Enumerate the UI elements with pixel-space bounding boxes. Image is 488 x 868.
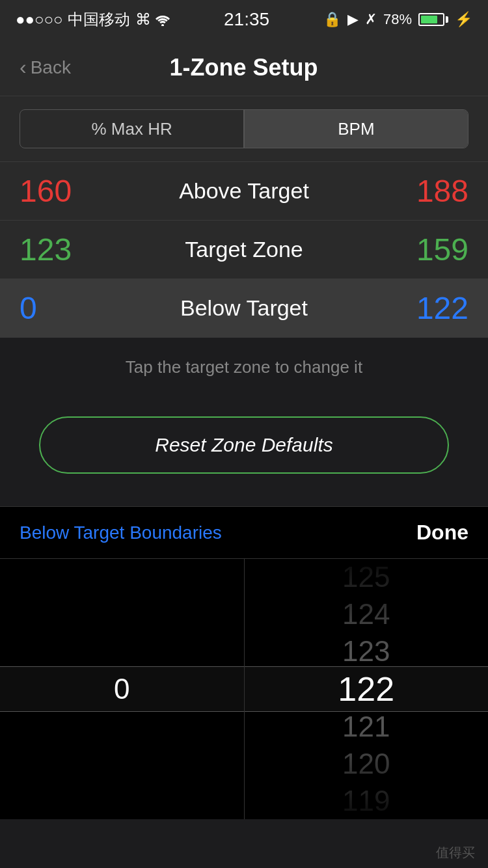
target-zone-left-value: 123 [20, 232, 85, 267]
nav-bar: ‹ Back 1-Zone Setup [0, 39, 488, 96]
picker-item-120: 120 [245, 746, 489, 783]
seg-bpm[interactable]: BPM [245, 110, 468, 148]
svg-point-0 [161, 24, 164, 26]
status-bar: ●●○○○ 中国移动 ⌘ 21:35 🔒 ▶ ✗ 78% ⚡ [0, 0, 488, 39]
status-right: 🔒 ▶ ✗ 78% ⚡ [323, 11, 472, 28]
bluetooth-icon: ✗ [365, 11, 377, 28]
zone-row-above[interactable]: 160 Above Target 188 [0, 162, 488, 221]
picker-item-123: 123 [245, 632, 489, 670]
hint-text: Tap the target zone to change it [126, 357, 362, 377]
carrier-name: 中国移动 [68, 9, 130, 30]
picker-body: 0 125 124 123 122 121 120 119 [0, 559, 488, 819]
picker-title: Below Target Boundaries [20, 522, 222, 543]
lock-icon: 🔒 [323, 11, 341, 28]
picker-done-button[interactable]: Done [416, 521, 468, 545]
above-target-right-value: 188 [403, 173, 468, 209]
picker-fade-top-left [0, 559, 244, 650]
segmented-section: % Max HR BPM [0, 96, 488, 162]
page-title: 1-Zone Setup [71, 54, 416, 81]
back-button[interactable]: ‹ Back [20, 55, 71, 79]
above-target-label: Above Target [85, 178, 403, 204]
picker-highlight-right [245, 666, 489, 712]
status-time: 21:35 [224, 9, 269, 30]
picker-header: Below Target Boundaries Done [0, 507, 488, 559]
seg-percent-maxhr[interactable]: % Max HR [20, 110, 243, 148]
back-label: Back [31, 57, 71, 78]
picker-left-col[interactable]: 0 [0, 559, 245, 819]
zones-container: 160 Above Target 188 123 Target Zone 159… [0, 162, 488, 338]
signal-dots: ●●○○○ [16, 10, 62, 29]
location-icon: ▶ [347, 11, 359, 28]
reset-button[interactable]: Reset Zone Defaults [39, 416, 449, 474]
battery-percent: 78% [383, 11, 412, 28]
picker-right-col[interactable]: 125 124 123 122 121 120 119 [245, 559, 489, 819]
target-zone-label: Target Zone [85, 237, 403, 262]
picker-section: Below Target Boundaries Done 0 125 124 1… [0, 506, 488, 819]
wifi-icon: ⌘ [135, 10, 170, 29]
reset-section: Reset Zone Defaults [0, 397, 488, 506]
picker-item-124: 124 [245, 596, 489, 633]
picker-item-119: 119 [245, 782, 489, 819]
picker-highlight-left [0, 666, 244, 712]
watermark: 值得买 [436, 844, 475, 861]
charging-icon: ⚡ [455, 11, 472, 28]
above-target-left-value: 160 [20, 173, 85, 209]
picker-fade-bottom-left [0, 728, 244, 819]
zone-row-below[interactable]: 0 Below Target 122 [0, 279, 488, 338]
below-target-label: Below Target [85, 295, 403, 321]
status-left: ●●○○○ 中国移动 ⌘ [16, 9, 170, 30]
hint-section: Tap the target zone to change it [0, 338, 488, 397]
segmented-control: % Max HR BPM [20, 109, 468, 148]
picker-item-121: 121 [245, 709, 489, 746]
zone-row-target[interactable]: 123 Target Zone 159 [0, 221, 488, 279]
below-target-left-value: 0 [20, 290, 85, 326]
picker-item-125: 125 [245, 559, 489, 596]
target-zone-right-value: 159 [403, 232, 468, 267]
below-target-right-value: 122 [403, 290, 468, 326]
back-chevron-icon: ‹ [20, 55, 27, 79]
battery-icon [418, 13, 448, 26]
